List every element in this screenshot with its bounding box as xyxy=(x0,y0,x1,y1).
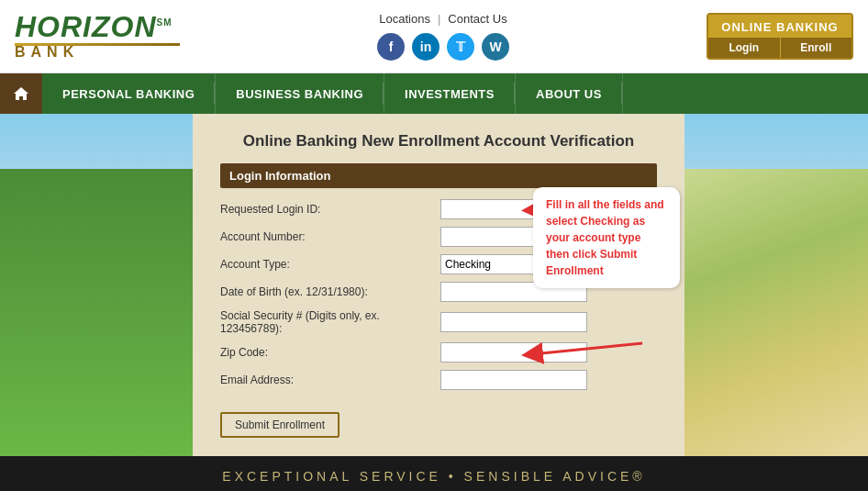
page-header: HORIZONSM BANK Locations | Contact Us f … xyxy=(0,0,868,73)
social-icons-group: f in 𝕋 W xyxy=(377,33,509,61)
zip-input[interactable] xyxy=(440,342,587,363)
locations-link[interactable]: Locations xyxy=(379,12,430,26)
dob-label: Date of Birth (ex. 12/31/1980): xyxy=(220,285,440,298)
email-input[interactable] xyxy=(440,370,587,390)
header-center: Locations | Contact Us f in 𝕋 W xyxy=(377,12,509,61)
submit-area: Submit Enrollment xyxy=(220,401,657,438)
nav-personal-banking[interactable]: PERSONAL BANKING xyxy=(42,73,216,114)
nav-about-us[interactable]: ABOUT US xyxy=(516,73,623,114)
account-type-label: Account Type: xyxy=(220,258,440,271)
main-content: Online Banking New Enrollment Account Ve… xyxy=(0,114,868,456)
contact-link[interactable]: Contact Us xyxy=(448,12,506,26)
logo-underline xyxy=(15,43,180,46)
logo-bank-text: BANK xyxy=(15,44,79,61)
left-bg xyxy=(0,114,193,456)
home-icon xyxy=(13,86,29,101)
callout-text: Fill in all the fields and select Checki… xyxy=(546,198,664,277)
top-nav-links: Locations | Contact Us xyxy=(379,12,506,26)
home-nav-item[interactable] xyxy=(0,73,42,114)
email-label: Email Address: xyxy=(220,374,440,386)
right-bg xyxy=(684,114,868,456)
zip-row: Zip Code: xyxy=(220,342,657,363)
footer: EXCEPTIONAL SERVICE • SENSIBLE ADVICE® xyxy=(0,456,868,491)
account-number-label: Account Number: xyxy=(220,230,440,243)
form-title: Online Banking New Enrollment Account Ve… xyxy=(220,132,657,151)
callout-box: Fill in all the fields and select Checki… xyxy=(533,187,680,288)
enroll-button[interactable]: Enroll xyxy=(781,38,852,58)
zip-label: Zip Code: xyxy=(220,346,440,359)
online-banking-title: ONLINE BANKING xyxy=(708,15,851,38)
ssn-input[interactable] xyxy=(440,312,587,332)
nav-business-banking[interactable]: BUSINESS BANKING xyxy=(216,73,384,114)
ssn-row: Social Security # (Digits only, ex. 1234… xyxy=(220,309,657,335)
nav-investments[interactable]: INVESTMENTS xyxy=(384,73,516,114)
form-section-header: Login Information xyxy=(220,163,657,188)
logo-horizon-text: HORIZONSM xyxy=(15,12,172,41)
logo: HORIZONSM BANK xyxy=(15,12,180,61)
submit-enrollment-button[interactable]: Submit Enrollment xyxy=(220,412,339,438)
footer-tagline: EXCEPTIONAL SERVICE • SENSIBLE ADVICE® xyxy=(222,469,645,484)
nav-bar: PERSONAL BANKING BUSINESS BANKING INVEST… xyxy=(0,73,868,114)
online-banking-box: ONLINE BANKING Login Enroll xyxy=(707,13,853,60)
online-banking-buttons: Login Enroll xyxy=(708,38,851,58)
twitter-icon[interactable]: 𝕋 xyxy=(447,33,474,61)
facebook-icon[interactable]: f xyxy=(377,33,405,61)
linkedin-icon[interactable]: in xyxy=(412,33,440,61)
login-id-label: Requested Login ID: xyxy=(220,203,440,216)
wordpress-icon[interactable]: W xyxy=(482,33,509,61)
ssn-label: Social Security # (Digits only, ex. 1234… xyxy=(220,309,440,335)
email-row: Email Address: xyxy=(220,370,657,390)
login-button[interactable]: Login xyxy=(708,38,781,58)
